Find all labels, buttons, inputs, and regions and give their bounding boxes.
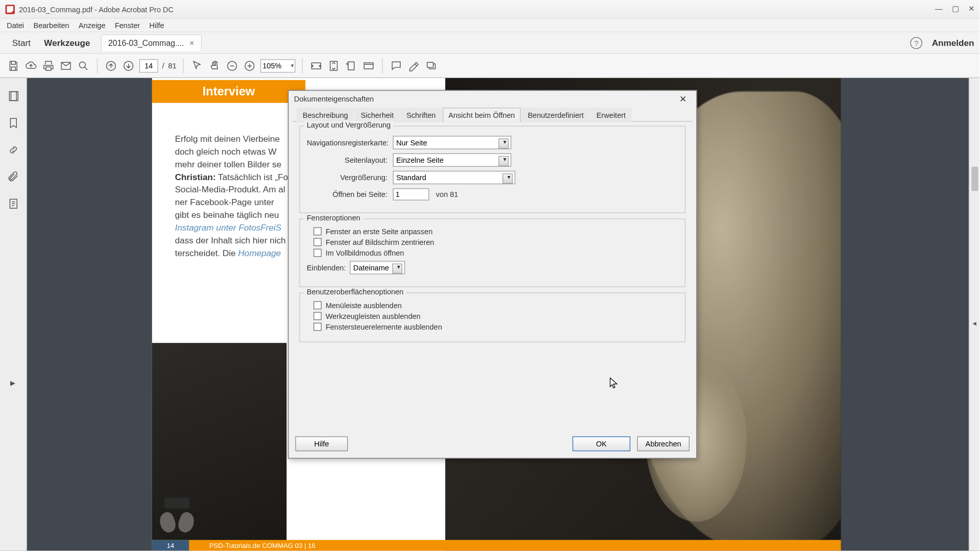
search-icon[interactable]: [77, 59, 90, 72]
svg-point-0: [80, 62, 86, 68]
fullscreen-checkbox[interactable]: Im Vollbildmodus öffnen: [313, 249, 678, 257]
titlebar: 2016-03_Commag.pdf - Adobe Acrobat Pro D…: [0, 0, 979, 19]
window-controls: — ▢ ✕: [935, 5, 974, 13]
tools-pane-collapsed[interactable]: [969, 78, 979, 551]
menu-view[interactable]: Anzeige: [75, 20, 109, 31]
print-icon[interactable]: [42, 59, 55, 72]
window-options-legend: Fensteroptionen: [304, 214, 363, 222]
app-icon: [6, 5, 15, 14]
navigation-tab-label: Navigationsregisterkarte:: [307, 139, 387, 147]
cloud-icon[interactable]: [24, 59, 37, 72]
butterfly-logo: [160, 512, 194, 539]
signatures-icon[interactable]: [7, 197, 19, 210]
navigation-pane: ▶: [0, 78, 27, 551]
fit-page-icon[interactable]: [327, 59, 340, 72]
menu-help[interactable]: Hilfe: [145, 20, 168, 31]
page-up-icon[interactable]: [104, 59, 117, 72]
ui-options-group: Benutzeroberflächenoptionen Menüleiste a…: [300, 292, 686, 342]
hide-menubar-checkbox[interactable]: Menüleiste ausblenden: [313, 301, 678, 309]
document-tab[interactable]: 2016-03_Commag.... ×: [101, 34, 202, 51]
attachments-icon[interactable]: [7, 171, 19, 183]
maximize-button[interactable]: ▢: [952, 5, 959, 13]
thumbnails-icon[interactable]: [7, 90, 19, 103]
magnification-label: Vergrößerung:: [307, 173, 387, 182]
page-layout-select[interactable]: Einzelne Seite: [393, 154, 511, 167]
window-options-group: Fensteroptionen Fenster an erste Seite a…: [300, 218, 686, 287]
highlight-icon[interactable]: [407, 59, 421, 72]
tab-start[interactable]: Start: [6, 34, 38, 52]
stamp-icon[interactable]: [425, 59, 438, 72]
dialog-buttons: Hilfe OK Abbrechen: [296, 436, 690, 451]
tabbar: Start Werkzeuge 2016-03_Commag.... × ? A…: [0, 32, 979, 54]
zoom-out-icon[interactable]: [226, 59, 239, 72]
interview-banner: Interview: [152, 80, 306, 103]
magnification-select[interactable]: Standard: [393, 171, 516, 184]
document-properties-dialog: Dokumenteigenschaften ✕ Beschreibung Sic…: [288, 90, 697, 459]
help-button[interactable]: Hilfe: [296, 436, 348, 451]
select-tool-icon[interactable]: [190, 59, 204, 72]
zoom-in-icon[interactable]: [243, 59, 256, 72]
tab-custom[interactable]: Benutzerdefiniert: [522, 108, 590, 122]
show-select[interactable]: Dateiname: [350, 261, 405, 274]
footer-text: PSD-Tutorials.de COMMAG 03 | 16: [209, 542, 315, 549]
instagram-link[interactable]: Instagram unter FotosFreiS: [175, 222, 282, 233]
resize-window-checkbox[interactable]: Fenster an erste Seite anpassen: [313, 227, 678, 235]
minimize-button[interactable]: —: [935, 5, 942, 13]
center-window-checkbox[interactable]: Fenster auf Bildschirm zentrieren: [313, 238, 678, 246]
signin-link[interactable]: Anmelden: [932, 38, 974, 48]
expand-navpane-icon[interactable]: ▶: [10, 379, 16, 386]
dialog-body: Layout und Vergrößerung Navigationsregis…: [288, 122, 696, 352]
homepage-link[interactable]: Homepage: [238, 248, 281, 258]
page-number-input[interactable]: [139, 59, 158, 72]
hide-toolbars-checkbox[interactable]: Werkzeugleisten ausblenden: [313, 312, 678, 320]
ui-options-legend: Benutzeroberflächenoptionen: [304, 288, 406, 296]
link-icon[interactable]: [7, 144, 19, 156]
of-total-pages: von 81: [436, 190, 458, 198]
navigation-tab-select[interactable]: Nur Seite: [393, 136, 511, 149]
bookmarks-icon[interactable]: [7, 117, 19, 129]
tab-initial-view[interactable]: Ansicht beim Öffnen: [443, 108, 521, 122]
show-label: Einblenden:: [307, 264, 345, 272]
document-tab-label: 2016-03_Commag....: [108, 38, 184, 47]
svg-rect-5: [9, 92, 16, 101]
tab-advanced[interactable]: Erweitert: [591, 108, 632, 122]
page-down-icon[interactable]: [122, 59, 135, 72]
menubar: Datei Bearbeiten Anzeige Fenster Hilfe: [0, 19, 979, 32]
photo-badge: [164, 497, 190, 508]
help-icon[interactable]: ?: [910, 37, 922, 49]
page-layout-label: Seitenlayout:: [307, 156, 387, 164]
comment-icon[interactable]: [390, 59, 403, 72]
scrollbar-thumb[interactable]: [971, 167, 978, 191]
open-to-page-label: Öffnen bei Seite:: [307, 190, 387, 198]
rotate-icon[interactable]: [345, 59, 358, 72]
close-window-button[interactable]: ✕: [968, 5, 974, 13]
tab-tools[interactable]: Werkzeuge: [37, 34, 97, 52]
hide-window-controls-checkbox[interactable]: Fenstersteuerelemente ausblenden: [313, 323, 678, 331]
dialog-tabs: Beschreibung Sicherheit Schriften Ansich…: [292, 107, 692, 122]
close-tab-icon[interactable]: ×: [189, 38, 194, 47]
toolbar: / 81 105%: [0, 54, 979, 78]
menu-edit[interactable]: Bearbeiten: [30, 20, 74, 31]
open-to-page-input[interactable]: [393, 188, 429, 201]
save-icon[interactable]: [7, 59, 20, 72]
mouse-cursor: [609, 377, 618, 389]
cancel-button[interactable]: Abbrechen: [637, 436, 690, 451]
ok-button[interactable]: OK: [573, 436, 630, 451]
tab-description[interactable]: Beschreibung: [297, 108, 354, 122]
menu-window[interactable]: Fenster: [111, 20, 144, 31]
page-footer: 14 PSD-Tutorials.de COMMAG 03 | 16: [152, 540, 841, 550]
tab-security[interactable]: Sicherheit: [355, 108, 400, 122]
dialog-titlebar: Dokumenteigenschaften ✕: [288, 91, 696, 107]
svg-rect-6: [11, 92, 18, 101]
menu-file[interactable]: Datei: [3, 20, 28, 31]
hand-tool-icon[interactable]: [208, 59, 222, 72]
dialog-close-button[interactable]: ✕: [675, 93, 691, 105]
page-separator: /: [162, 62, 164, 70]
page-total: 81: [168, 62, 177, 70]
read-mode-icon[interactable]: [362, 59, 375, 72]
fit-width-icon[interactable]: [310, 59, 323, 72]
tab-fonts[interactable]: Schriften: [400, 108, 442, 122]
mail-icon[interactable]: [59, 59, 72, 72]
layout-magnification-group: Layout und Vergrößerung Navigationsregis…: [300, 126, 686, 213]
zoom-select[interactable]: 105%: [260, 59, 296, 72]
